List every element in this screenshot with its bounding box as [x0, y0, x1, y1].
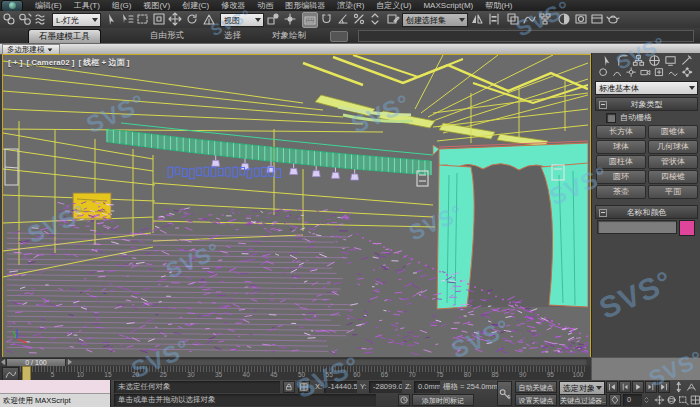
select-and-move-icon[interactable]: [168, 12, 182, 26]
selection-filter-dropdown[interactable]: L-灯光: [52, 13, 101, 27]
bind-to-spacewarp-icon[interactable]: [34, 12, 48, 26]
menu-item[interactable]: MAXScript(M): [417, 0, 479, 11]
tab-selection[interactable]: 选择: [214, 29, 251, 42]
category-shapes-icon[interactable]: [612, 67, 624, 79]
tab-graphite-modeling[interactable]: 石墨建模工具: [28, 29, 101, 43]
macro-recorder-line[interactable]: [0, 380, 110, 394]
z-coordinate-field[interactable]: 0.0mm: [414, 381, 440, 393]
schematic-view-icon[interactable]: [538, 12, 552, 26]
render-setup-icon[interactable]: [574, 12, 588, 26]
primitive-category-dropdown[interactable]: 标准基本体: [595, 81, 698, 95]
viewport-menu-plus[interactable]: [ + ]: [8, 58, 22, 67]
select-by-name-icon[interactable]: [120, 12, 134, 26]
x-coordinate-field[interactable]: -14440.5mm: [324, 381, 357, 393]
add-time-tag-button[interactable]: 添加时间标记: [412, 394, 474, 406]
category-helpers-icon[interactable]: [654, 67, 666, 79]
snap-toggle-icon[interactable]: [320, 12, 334, 26]
keyboard-override-icon[interactable]: [302, 12, 318, 28]
menu-item[interactable]: 视图(V): [137, 0, 176, 11]
primitive-button[interactable]: 管状体: [648, 155, 698, 169]
select-and-link-icon[interactable]: [2, 12, 16, 26]
object-type-rollout[interactable]: 对象类型: [595, 97, 698, 111]
material-editor-icon[interactable]: [557, 12, 571, 26]
window-crossing-icon[interactable]: [152, 12, 166, 26]
category-systems-icon[interactable]: [682, 67, 694, 79]
maximize-viewport-icon[interactable]: [690, 394, 700, 406]
ribbon-options-icon[interactable]: [330, 31, 348, 42]
maxscript-mini-listener[interactable]: 欢迎使用 MAXScript: [0, 380, 111, 407]
unlink-selection-icon[interactable]: [18, 12, 32, 26]
named-selection-sets-field[interactable]: 创建选择集: [402, 13, 468, 27]
select-and-scale-icon[interactable]: [202, 12, 216, 26]
menu-item[interactable]: 工具(T): [68, 0, 106, 11]
primitive-button[interactable]: 茶壶: [596, 185, 646, 199]
time-slider-track[interactable]: 0 / 100: [2, 358, 587, 365]
next-frame-button[interactable]: [645, 381, 657, 393]
tab-freeform[interactable]: 自由形式: [140, 29, 194, 42]
track-bar[interactable]: 5101520253035404550556065707580859095100: [0, 366, 591, 381]
key-filters-button[interactable]: 关键点过滤器...: [559, 394, 607, 406]
absolute-mode-icon[interactable]: [298, 381, 310, 393]
set-key-button[interactable]: 设置关键点: [515, 394, 557, 406]
go-to-start-button[interactable]: [606, 381, 618, 393]
name-color-rollout[interactable]: 名称和颜色: [595, 205, 698, 219]
use-pivot-center-icon[interactable]: [266, 12, 280, 26]
percent-snap-icon[interactable]: [352, 12, 366, 26]
autogrid-checkbox[interactable]: [606, 113, 616, 123]
primitive-button[interactable]: 平面: [648, 185, 698, 199]
listener-line[interactable]: 欢迎使用 MAXScript: [0, 394, 110, 407]
angle-snap-icon[interactable]: [336, 12, 350, 26]
primitive-button[interactable]: 圆环: [596, 170, 646, 184]
primitive-button[interactable]: 几何球体: [648, 140, 698, 154]
tab-hierarchy-icon[interactable]: [632, 54, 645, 67]
primitive-button[interactable]: 圆柱体: [596, 155, 646, 169]
tab-motion-icon[interactable]: [648, 54, 661, 67]
toggle-key-mode-button[interactable]: [497, 381, 512, 406]
tab-modify-icon[interactable]: [616, 54, 629, 67]
primitive-button[interactable]: 长方体: [596, 125, 646, 139]
align-icon[interactable]: [487, 12, 501, 26]
select-and-rotate-icon[interactable]: [185, 12, 199, 26]
play-button[interactable]: [632, 381, 644, 393]
y-coordinate-field[interactable]: -28099.0mm: [369, 381, 402, 393]
app-button[interactable]: [1, 0, 23, 12]
menu-item[interactable]: 动画: [251, 0, 279, 11]
field-of-view-icon[interactable]: [686, 381, 697, 393]
select-and-manipulate-icon[interactable]: [283, 12, 297, 26]
current-frame-field[interactable]: 0: [623, 394, 642, 406]
menu-item[interactable]: 自定义(U): [370, 0, 417, 11]
selection-region-icon[interactable]: [136, 12, 150, 26]
primitive-button[interactable]: 球体: [596, 140, 646, 154]
frame-spinner[interactable]: [643, 394, 650, 406]
category-cameras-icon[interactable]: [640, 67, 652, 79]
selection-lock-icon[interactable]: [283, 381, 295, 393]
rendered-frame-window-icon[interactable]: [590, 12, 604, 26]
auto-key-button[interactable]: 自动关键点: [515, 381, 557, 393]
menu-item[interactable]: 编辑(E): [29, 0, 68, 11]
layer-manager-icon[interactable]: [506, 12, 520, 26]
object-color-swatch[interactable]: [679, 220, 695, 236]
camera-viewport[interactable]: [ + ][ Camera02 ][ 线框 + 边面 ]: [2, 54, 591, 358]
time-slider-left-arrow[interactable]: [1, 359, 5, 365]
menu-item[interactable]: 修改器: [215, 0, 251, 11]
orbit-camera-icon[interactable]: [666, 394, 677, 406]
menu-item[interactable]: 帮助(H): [479, 0, 518, 11]
time-slider-right-arrow[interactable]: [68, 359, 72, 365]
select-object-icon[interactable]: [104, 12, 118, 26]
viewport-camera-label[interactable]: [ Camera02 ]: [26, 58, 74, 67]
category-spacewarps-icon[interactable]: [668, 67, 680, 79]
previous-frame-button[interactable]: [619, 381, 631, 393]
key-mode-toggle-icon[interactable]: [609, 394, 621, 406]
mirror-icon[interactable]: [470, 12, 484, 26]
go-to-end-button[interactable]: [658, 381, 670, 393]
primitive-button[interactable]: 四棱锥: [648, 170, 698, 184]
menu-item[interactable]: 组(G): [106, 0, 138, 11]
spinner-snap-icon[interactable]: [368, 12, 382, 26]
category-lights-icon[interactable]: [626, 67, 638, 79]
zoom-region-icon[interactable]: [678, 394, 689, 406]
primitive-button[interactable]: 圆锥体: [648, 125, 698, 139]
menu-item[interactable]: 图形编辑器: [279, 0, 331, 11]
curve-editor-icon[interactable]: [522, 12, 536, 26]
pan-camera-icon[interactable]: [654, 394, 665, 406]
viewport-shading-label[interactable]: [ 线框 + 边面 ]: [78, 58, 129, 67]
